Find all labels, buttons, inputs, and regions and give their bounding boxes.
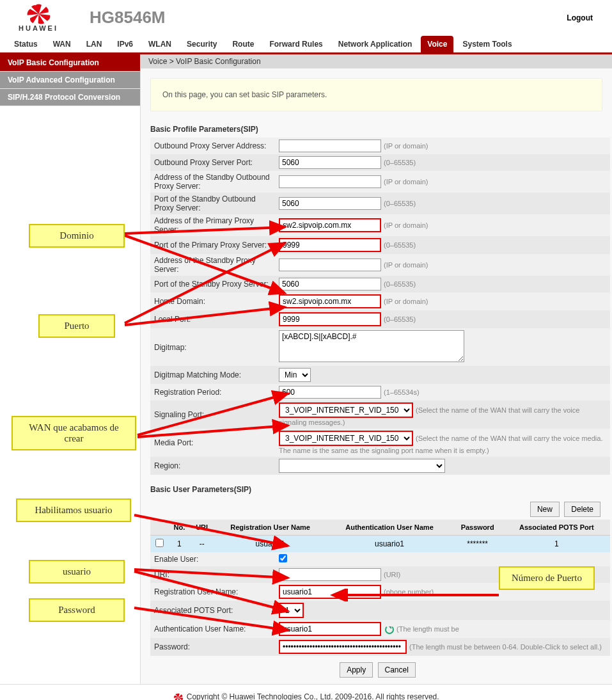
col-header xyxy=(150,520,168,536)
hint: (The length must be between 0-64. Double… xyxy=(409,643,602,651)
nav-ipv6[interactable]: IPv6 xyxy=(111,36,139,52)
apply-button[interactable]: Apply xyxy=(340,662,373,678)
standby-addr-input[interactable] xyxy=(279,259,381,271)
hint: (phone number) xyxy=(384,588,434,596)
row-checkbox[interactable] xyxy=(155,539,164,547)
home-domain-label: Home Domain: xyxy=(150,292,275,310)
digitmap-mode-select[interactable]: Min xyxy=(279,368,311,382)
standby-port-input[interactable] xyxy=(279,278,381,290)
logo-text: HUAWEI xyxy=(19,24,58,32)
callout-dominio: Dominio xyxy=(29,224,125,248)
hint: (IP or domain) xyxy=(384,178,428,186)
local-port-input[interactable] xyxy=(279,312,381,326)
hint: (0–65535) xyxy=(384,159,416,166)
digitmap-input[interactable]: [xABCD].S|[xABCD].# xyxy=(279,330,464,362)
nav-network-application[interactable]: Network Application xyxy=(332,36,419,52)
outbound-addr-label: Outbound Proxy Server Address: xyxy=(150,138,275,154)
hint: (IP or domain) xyxy=(384,298,428,305)
hint: (IP or domain) xyxy=(384,142,428,150)
reg-period-input[interactable] xyxy=(279,386,381,399)
standby-out-port-input[interactable] xyxy=(279,197,381,210)
col-header: Password xyxy=(451,520,503,536)
logout-link[interactable]: Logout xyxy=(567,13,593,22)
col-header: URI xyxy=(191,520,214,536)
sidebar-item[interactable]: VoIP Basic Configuration xyxy=(0,54,140,72)
callout-puerto: Puerto xyxy=(38,314,115,338)
local-port-label: Local Port: xyxy=(150,310,275,328)
home-domain-input[interactable] xyxy=(279,294,381,308)
cancel-button[interactable]: Cancel xyxy=(378,662,416,678)
new-button[interactable]: New xyxy=(530,502,560,517)
model-title: HG8546M xyxy=(90,8,567,28)
callout-wan: WAN que acabamos de crear xyxy=(12,416,136,450)
col-header: Registration User Name xyxy=(214,520,327,536)
nav-system-tools[interactable]: System Tools xyxy=(456,36,518,52)
media-label: Media Port: xyxy=(150,429,275,457)
footer: Copyright © Huawei Technologies Co., Ltd… xyxy=(0,684,612,700)
outbound-port-input[interactable] xyxy=(279,156,381,169)
signaling-select[interactable]: 3_VOIP_INTERNET_R_VID_1503 xyxy=(279,402,413,418)
content: Voice > VoIP Basic Configuration On this… xyxy=(141,54,612,684)
sidebar: VoIP Basic ConfigurationVoIP Advanced Co… xyxy=(0,54,141,684)
primary-port-label: Port of the Primary Proxy Server: xyxy=(150,236,275,254)
outbound-addr-input[interactable] xyxy=(279,139,381,152)
auth-name-input[interactable] xyxy=(279,622,381,636)
nav-wlan[interactable]: WLAN xyxy=(142,36,178,52)
sidebar-item[interactable]: SIP/H.248 Protocol Conversion xyxy=(0,89,140,106)
huawei-petal-icon xyxy=(24,4,53,24)
reg-name-input[interactable] xyxy=(279,585,381,599)
nav-voice[interactable]: Voice xyxy=(421,36,453,52)
nav-wan[interactable]: WAN xyxy=(47,36,77,52)
table-row[interactable]: 1 -- usuario1 usuario1 ******* 1 xyxy=(150,536,610,553)
uri-input[interactable] xyxy=(279,568,381,581)
col-header: No. xyxy=(168,520,190,536)
refresh-icon[interactable] xyxy=(385,625,394,634)
hint: (0–65535) xyxy=(384,200,416,207)
nav-route[interactable]: Route xyxy=(226,36,260,52)
auth-name-label: Authentication User Name: xyxy=(150,620,275,638)
nav-status[interactable]: Status xyxy=(8,36,44,52)
user-section-title: Basic User Parameters(SIP) xyxy=(141,481,612,498)
huawei-petal-icon xyxy=(173,693,184,700)
primary-addr-label: Address of the Primary Proxy Server: xyxy=(150,214,275,236)
cell-port: 1 xyxy=(503,536,610,553)
enable-user-label: Enable User: xyxy=(150,552,275,566)
col-header: Associated POTS Port xyxy=(503,520,610,536)
standby-out-addr-label: Address of the Standby Outbound Proxy Se… xyxy=(150,171,275,193)
hint: (URI) xyxy=(384,571,400,578)
pots-label: Associated POTS Port: xyxy=(150,601,275,620)
hint: (1–65534s) xyxy=(384,388,420,396)
breadcrumb: Voice > VoIP Basic Configuration xyxy=(141,54,612,68)
profile-form: Outbound Proxy Server Address: (IP or do… xyxy=(150,138,610,475)
hint: (IP or domain) xyxy=(384,221,428,229)
callout-habilitamos: Habilitamos usuario xyxy=(16,498,131,522)
callout-numero: Número de Puerto xyxy=(499,566,595,590)
footer-text: Copyright © Huawei Technologies Co., Ltd… xyxy=(187,692,439,700)
media-select[interactable]: 3_VOIP_INTERNET_R_VID_1503 xyxy=(279,431,413,446)
nav-forward-rules[interactable]: Forward Rules xyxy=(263,36,329,52)
nav-lan[interactable]: LAN xyxy=(80,36,109,52)
hint: (IP or domain) xyxy=(384,261,428,269)
password-input[interactable] xyxy=(279,640,407,654)
primary-port-input[interactable] xyxy=(279,238,381,252)
reg-name-label: Registration User Name: xyxy=(150,583,275,601)
cell-auth: usuario1 xyxy=(327,536,452,553)
standby-addr-label: Address of the Standby Proxy Server: xyxy=(150,254,275,276)
sidebar-item[interactable]: VoIP Advanced Configuration xyxy=(0,72,140,89)
reg-period-label: Registration Period: xyxy=(150,384,275,401)
callout-usuario: usuario xyxy=(29,560,125,584)
region-select[interactable] xyxy=(279,459,445,473)
delete-button[interactable]: Delete xyxy=(564,502,600,517)
primary-addr-input[interactable] xyxy=(279,218,381,232)
standby-out-addr-input[interactable] xyxy=(279,175,381,188)
outbound-port-label: Outbound Proxy Server Port: xyxy=(150,154,275,171)
cell-reg: usuario1 xyxy=(214,536,327,553)
hint: (0–65535) xyxy=(384,241,416,249)
region-label: Region: xyxy=(150,457,275,475)
hint: (The length must be xyxy=(396,625,459,633)
pots-select[interactable]: 1 xyxy=(279,603,304,618)
enable-user-checkbox[interactable] xyxy=(279,554,287,562)
callout-password: Password xyxy=(29,598,125,622)
col-header: Authentication User Name xyxy=(327,520,452,536)
nav-security[interactable]: Security xyxy=(180,36,223,52)
